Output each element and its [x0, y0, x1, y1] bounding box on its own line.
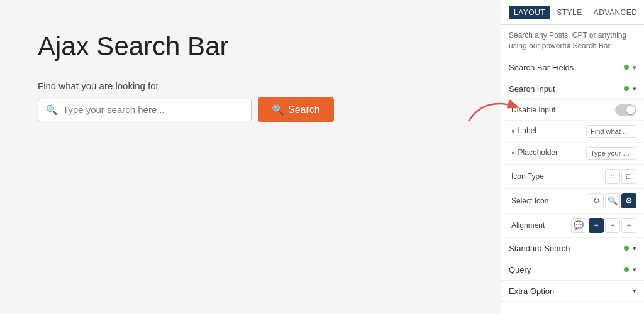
icon-search[interactable]: 🔍 — [605, 193, 620, 208]
search-row: 🔍 🔍 Search — [38, 97, 334, 122]
row-disable-input: Disable Input — [501, 100, 644, 121]
green-dot-fields — [624, 65, 629, 70]
tab-layout[interactable]: LAYOUT — [509, 6, 550, 19]
search-bar-fields-right: ▾ — [624, 63, 636, 72]
row-label: Label Find what you a — [501, 121, 644, 143]
align-btn-group: ≡ ≡ ≡ — [589, 218, 636, 233]
search-input[interactable] — [63, 104, 243, 115]
disable-input-label: Disable Input — [511, 106, 555, 114]
placeholder-input[interactable]: Type your searc — [586, 147, 636, 160]
chevron-query: ▾ — [633, 266, 636, 274]
query-right: ▾ — [624, 266, 636, 274]
sidebar: LAYOUT STYLE ADVANCED ✕ Search any Posts… — [501, 0, 644, 314]
green-dot-input — [624, 86, 629, 91]
placeholder-label: Placeholder — [511, 148, 558, 158]
icon-type-buttons: ○ □ — [605, 169, 636, 184]
green-dot-standard — [624, 246, 629, 251]
green-dot-query — [624, 267, 629, 272]
row-select-icon: Select Icon ↻ 🔍 ⚙ — [501, 189, 644, 214]
row-alignment: Alignment 💬 ≡ ≡ ≡ — [501, 214, 644, 238]
standard-search-label: Standard Search — [509, 244, 570, 253]
main-content: Ajax Search Bar Find what you are lookin… — [0, 0, 501, 314]
icon-type-label: Icon Type — [511, 172, 544, 181]
chevron-extra: ▾ — [633, 287, 636, 295]
search-bar-fields-label: Search Bar Fields — [509, 63, 574, 72]
align-left[interactable]: ≡ — [589, 218, 604, 233]
icon-sliders[interactable]: ⚙ — [621, 193, 636, 208]
label-label: Label — [511, 126, 536, 136]
sidebar-topbar: LAYOUT STYLE ADVANCED ✕ — [501, 0, 644, 25]
align-center[interactable]: ≡ — [605, 218, 620, 233]
alignment-label: Alignment — [511, 221, 545, 230]
row-placeholder: Placeholder Type your searc — [501, 143, 644, 165]
section-search-bar-fields[interactable]: Search Bar Fields ▾ — [501, 57, 644, 78]
extra-option-right: ▾ — [633, 287, 636, 295]
search-btn-icon: 🔍 — [272, 104, 284, 116]
search-label: Find what you are looking for — [38, 80, 159, 91]
align-icon-comment[interactable]: 💬 — [571, 218, 586, 233]
section-extra-option[interactable]: Extra Option ▾ — [501, 281, 644, 302]
search-input-label: Search Input — [509, 84, 555, 94]
select-icon-label: Select Icon — [511, 197, 548, 205]
tab-style[interactable]: STYLE — [552, 6, 587, 19]
tab-advanced[interactable]: ADVANCED — [589, 6, 643, 19]
search-button[interactable]: 🔍 Search — [258, 97, 334, 122]
search-input-right: ▾ — [624, 85, 636, 93]
icon-type-circle[interactable]: ○ — [605, 169, 620, 184]
disable-input-toggle[interactable] — [615, 104, 636, 116]
page-title: Ajax Search Bar — [38, 31, 228, 62]
label-input[interactable]: Find what you a — [586, 125, 636, 138]
section-search-input[interactable]: Search Input ▾ — [501, 78, 644, 100]
search-input-wrapper[interactable]: 🔍 — [38, 99, 252, 121]
query-label: Query — [509, 265, 531, 274]
align-right[interactable]: ≡ — [621, 218, 636, 233]
section-query[interactable]: Query ▾ — [501, 259, 644, 281]
sidebar-description: Search any Posts, CPT or anything using … — [501, 25, 644, 57]
select-icon-buttons: ↻ 🔍 ⚙ — [589, 193, 636, 208]
section-standard-search[interactable]: Standard Search ▾ — [501, 238, 644, 259]
row-icon-type: Icon Type ○ □ — [501, 165, 644, 189]
chevron-input: ▾ — [633, 85, 636, 93]
standard-search-right: ▾ — [624, 244, 636, 252]
icon-type-square[interactable]: □ — [621, 169, 636, 184]
chevron-fields: ▾ — [633, 63, 636, 72]
extra-option-label: Extra Option — [509, 286, 554, 296]
chevron-standard: ▾ — [633, 244, 636, 252]
sidebar-tabs: LAYOUT STYLE ADVANCED — [509, 6, 642, 19]
alignment-controls: 💬 ≡ ≡ ≡ — [571, 218, 636, 233]
toggle-knob — [626, 106, 635, 114]
search-icon-small: 🔍 — [46, 104, 58, 116]
icon-refresh[interactable]: ↻ — [589, 193, 604, 208]
